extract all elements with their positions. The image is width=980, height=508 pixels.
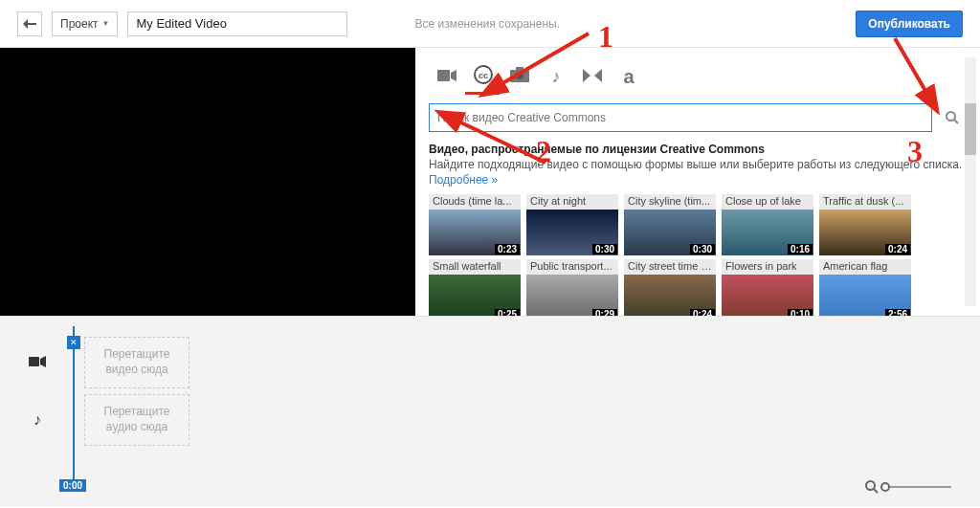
publish-button[interactable]: Опубликовать bbox=[856, 11, 963, 37]
tab-text[interactable]: a bbox=[611, 59, 647, 94]
thumb-title: City skyline (tim... bbox=[624, 194, 716, 210]
svg-line-7 bbox=[954, 120, 958, 123]
svg-point-6 bbox=[947, 112, 955, 121]
thumb-image: 2:56 bbox=[819, 275, 911, 320]
thumb-image: 0:16 bbox=[722, 210, 813, 255]
video-thumbnail[interactable]: Flowers in park0:10 bbox=[722, 259, 813, 320]
tab-photos[interactable] bbox=[501, 59, 538, 94]
thumb-title: American flag bbox=[819, 259, 911, 275]
thumb-title: Clouds (time la... bbox=[429, 194, 521, 210]
video-thumbnail[interactable]: Traffic at dusk (...0:24 bbox=[819, 194, 911, 255]
video-thumbnail[interactable]: Clouds (time la...0:23 bbox=[429, 194, 521, 255]
thumb-title: City at night bbox=[526, 194, 618, 210]
video-camera-icon bbox=[27, 354, 48, 371]
active-tab-indicator bbox=[465, 92, 500, 95]
tab-creative-commons[interactable]: cc bbox=[465, 59, 501, 94]
tab-audio[interactable]: ♪ bbox=[538, 59, 574, 94]
thumb-image: 0:24 bbox=[819, 210, 911, 255]
svg-rect-0 bbox=[437, 70, 450, 81]
video-thumbnail[interactable]: City skyline (tim...0:30 bbox=[624, 194, 716, 255]
thumb-title: Small waterfall bbox=[429, 259, 521, 275]
svg-rect-8 bbox=[29, 357, 39, 366]
playhead-line[interactable] bbox=[73, 326, 75, 479]
video-thumbnail[interactable]: Small waterfall0:25 bbox=[429, 259, 521, 320]
video-thumbnail[interactable]: American flag2:56 bbox=[819, 259, 911, 320]
media-tabs: cc ♪ a bbox=[415, 48, 980, 94]
text-a-icon: a bbox=[623, 66, 634, 88]
video-title-input[interactable] bbox=[127, 11, 347, 36]
thumb-title: City street time l... bbox=[624, 259, 716, 275]
cc-icon: cc bbox=[474, 65, 493, 89]
video-thumbnail[interactable]: Public transport...0:29 bbox=[526, 259, 618, 320]
thumb-image: 0:25 bbox=[429, 275, 521, 320]
thumb-duration: 0:16 bbox=[788, 244, 813, 254]
thumb-duration: 0:30 bbox=[592, 244, 617, 254]
thumb-title: Flowers in park bbox=[722, 259, 813, 275]
thumb-title: Close up of lake bbox=[722, 194, 813, 210]
thumb-image: 0:30 bbox=[526, 210, 618, 255]
search-icon bbox=[946, 111, 959, 124]
project-label: Проект bbox=[60, 17, 99, 31]
saved-status: Все изменения сохранены. bbox=[414, 17, 560, 31]
video-thumbnail[interactable]: City street time l...0:24 bbox=[624, 259, 716, 320]
zoom-knob[interactable] bbox=[880, 482, 890, 492]
thumb-duration: 0:24 bbox=[885, 244, 910, 254]
main-area: cc ♪ a Видео, распространяемые по лиценз… bbox=[0, 48, 980, 316]
music-note-icon: ♪ bbox=[552, 67, 561, 87]
audio-drop-zone[interactable]: Перетащите аудио сюда bbox=[84, 394, 189, 445]
video-drop-zone[interactable]: Перетащите видео сюда bbox=[84, 337, 189, 387]
video-preview bbox=[0, 48, 415, 316]
tab-transitions[interactable] bbox=[574, 59, 611, 94]
search-input[interactable] bbox=[429, 103, 932, 132]
thumb-duration: 0:23 bbox=[495, 244, 520, 254]
audio-track: ♪ Перетащите аудио сюда bbox=[27, 391, 953, 449]
timeline: ✕ 0:00 Перетащите видео сюда ♪ Перетащит… bbox=[0, 316, 980, 507]
camera-icon bbox=[510, 67, 529, 87]
cc-info-desc: Найдите подходящие видео с помощью формы… bbox=[429, 158, 962, 171]
video-thumbnail[interactable]: Close up of lake0:16 bbox=[722, 194, 813, 255]
video-thumbnail[interactable]: City at night0:30 bbox=[526, 194, 618, 255]
top-bar: Проект ▼ Все изменения сохранены. Опубли… bbox=[0, 0, 980, 48]
chevron-down-icon: ▼ bbox=[102, 19, 110, 28]
zoom-control[interactable] bbox=[865, 480, 951, 494]
thumb-title: Public transport... bbox=[526, 259, 618, 275]
video-track: Перетащите видео сюда bbox=[27, 334, 953, 391]
scrollbar-thumb[interactable] bbox=[965, 103, 976, 155]
thumb-title: Traffic at dusk (... bbox=[819, 194, 911, 210]
thumb-image: 0:30 bbox=[624, 210, 716, 255]
cc-more-link[interactable]: Подробнее » bbox=[429, 173, 498, 187]
search-button[interactable] bbox=[938, 103, 967, 132]
thumb-image: 0:23 bbox=[429, 210, 521, 255]
svg-rect-4 bbox=[516, 67, 523, 71]
thumb-image: 0:29 bbox=[526, 275, 618, 320]
tab-camera[interactable] bbox=[429, 59, 465, 94]
thumb-image: 0:10 bbox=[722, 275, 813, 320]
back-button[interactable] bbox=[17, 11, 42, 36]
search-icon bbox=[865, 480, 879, 494]
svg-point-5 bbox=[516, 72, 523, 79]
zoom-slider[interactable] bbox=[884, 486, 951, 488]
video-camera-icon bbox=[437, 67, 457, 87]
playhead-handle[interactable]: ✕ bbox=[67, 336, 80, 349]
music-note-icon: ♪ bbox=[27, 411, 48, 429]
playhead-time: 0:00 bbox=[59, 479, 86, 492]
search-row bbox=[429, 103, 967, 132]
svg-point-9 bbox=[866, 481, 875, 490]
thumb-duration: 0:30 bbox=[690, 244, 715, 254]
media-library-pane: cc ♪ a Видео, распространяемые по лиценз… bbox=[415, 48, 980, 316]
transition-icon bbox=[583, 67, 602, 87]
svg-line-10 bbox=[874, 489, 878, 493]
svg-text:cc: cc bbox=[479, 71, 488, 80]
thumb-image: 0:24 bbox=[624, 275, 716, 320]
scrollbar-track[interactable] bbox=[965, 57, 976, 306]
cc-info: Видео, распространяемые по лицензии Crea… bbox=[415, 132, 980, 194]
arrow-left-icon bbox=[23, 19, 36, 29]
project-dropdown[interactable]: Проект ▼ bbox=[52, 11, 118, 36]
cc-info-title: Видео, распространяемые по лицензии Crea… bbox=[429, 142, 967, 157]
